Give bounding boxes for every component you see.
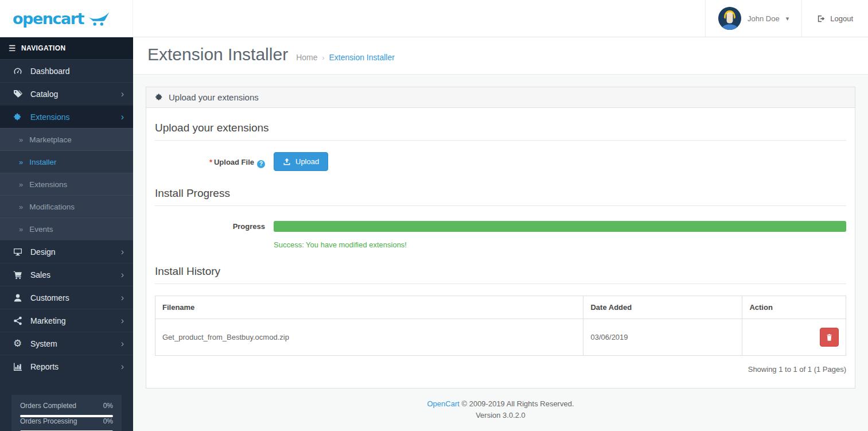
puzzle-icon (155, 93, 164, 102)
user-icon (12, 293, 23, 302)
caret-down-icon: ▾ (786, 15, 789, 22)
desktop-icon (12, 247, 23, 257)
panel-heading-label: Upload your extensions (169, 92, 259, 102)
sidebar-item-customers[interactable]: Customers › (0, 286, 133, 309)
double-angle-icon: » (19, 203, 23, 211)
sidebar-item-extensions[interactable]: Extensions › (0, 105, 133, 128)
sign-out-icon (817, 14, 826, 23)
upload-button[interactable]: Upload (274, 152, 328, 171)
navigation-header-label: NAVIGATION (21, 44, 66, 52)
column-header-date-added: Date Added (583, 296, 742, 319)
version-text: Version 3.0.2.0 (146, 410, 855, 421)
upload-icon (283, 158, 291, 166)
install-history-section: Install History Filename Date Added Acti… (155, 263, 846, 374)
double-angle-icon: » (19, 180, 23, 189)
chevron-right-icon: › (121, 112, 124, 122)
install-progress-bar (274, 221, 846, 232)
breadcrumb-home-link[interactable]: Home (296, 53, 317, 62)
sidebar-item-marketplace[interactable]: » Marketplace (0, 128, 133, 150)
sidebar-item-system[interactable]: ⚙ System › (0, 332, 133, 355)
top-header: opencart (0, 0, 868, 37)
logo-text: opencart (13, 10, 84, 28)
header-actions: John Doe ▾ Logout (133, 0, 868, 37)
sidebar-item-marketing[interactable]: Marketing › (0, 309, 133, 332)
upload-section-title: Upload your extensions (155, 119, 846, 141)
cart-logo-icon (88, 11, 111, 26)
sidebar-item-catalog[interactable]: Catalog › (0, 82, 133, 105)
chevron-right-icon: › (121, 270, 124, 279)
sidebar-item-sales[interactable]: Sales › (0, 263, 133, 286)
sidebar-navigation: ☰ NAVIGATION Dashboard Catalog › (0, 37, 133, 431)
install-progress-title: Install Progress (155, 185, 846, 206)
sidebar-item-dashboard[interactable]: Dashboard (0, 59, 133, 82)
breadcrumb-current-link[interactable]: Extension Installer (329, 53, 395, 62)
bar-chart-icon (12, 362, 23, 371)
puzzle-icon (12, 112, 23, 122)
opencart-footer-link[interactable]: OpenCart (427, 399, 459, 408)
delete-button[interactable] (820, 328, 839, 347)
upload-file-label: *Upload File? (155, 152, 274, 171)
logo-area: opencart (0, 0, 133, 37)
cell-date-added: 03/06/2019 (583, 319, 742, 356)
cell-filename: Get_product_from_Bestbuy.ocmod.zip (155, 319, 583, 356)
panel-heading: Upload your extensions (146, 87, 855, 108)
double-angle-icon: » (19, 158, 23, 166)
chevron-right-icon: › (121, 362, 124, 371)
upload-section: Upload your extensions *Upload File? (155, 119, 846, 171)
progress-label: Progress (155, 218, 274, 249)
page-header: Extension Installer Home › Extension Ins… (133, 37, 868, 75)
dashboard-icon (12, 67, 23, 76)
sidebar-item-installer[interactable]: » Installer (0, 150, 133, 173)
user-menu[interactable]: John Doe ▾ (705, 0, 802, 37)
user-name: John Doe (748, 14, 780, 23)
sidebar-item-extensions-sub[interactable]: » Extensions (0, 173, 133, 195)
hamburger-icon: ☰ (9, 44, 16, 52)
opencart-logo[interactable]: opencart (13, 10, 111, 28)
sidebar-item-reports[interactable]: Reports › (0, 355, 133, 378)
opencart-admin: opencart (0, 0, 868, 431)
share-icon (12, 316, 23, 325)
page-footer: OpenCart © 2009-2019 All Rights Reserved… (146, 389, 855, 421)
navigation-header: ☰ NAVIGATION (0, 37, 133, 59)
stat-value: 0% (103, 402, 113, 410)
stat-orders-processing: Orders Processing 0% (20, 417, 113, 425)
trash-icon (826, 333, 833, 341)
orders-stats-panel: Orders Completed 0% Orders Processing 0% (11, 395, 122, 431)
column-header-filename: Filename (155, 296, 583, 319)
install-progress-bar-fill (274, 221, 846, 232)
cart-icon (12, 270, 23, 279)
gear-icon: ⚙ (12, 339, 23, 348)
install-history-table: Filename Date Added Action Get_product_f… (155, 296, 846, 356)
tags-icon (12, 90, 23, 99)
content-area: Extension Installer Home › Extension Ins… (133, 37, 868, 431)
success-message: Success: You have modified extensions! (274, 240, 846, 249)
sidebar-item-design[interactable]: Design › (0, 240, 133, 263)
panel-body: Upload your extensions *Upload File? (146, 108, 855, 388)
install-history-title: Install History (155, 263, 846, 284)
chevron-right-icon: › (121, 293, 124, 302)
logout-button[interactable]: Logout (802, 0, 868, 37)
copyright-text: © 2009-2019 All Rights Reserved. (461, 399, 574, 408)
installer-panel: Upload your extensions Upload your exten… (146, 87, 855, 389)
avatar (718, 7, 741, 30)
chevron-right-icon: › (121, 247, 124, 257)
required-asterisk: * (209, 158, 212, 166)
table-row: Get_product_from_Bestbuy.ocmod.zip 03/06… (155, 319, 846, 356)
page-body: Upload your extensions Upload your exten… (133, 75, 868, 431)
logout-label: Logout (830, 14, 853, 23)
double-angle-icon: » (19, 225, 23, 234)
pagination-info: Showing 1 to 1 of 1 (1 Pages) (155, 365, 846, 374)
breadcrumb-separator: › (322, 54, 325, 62)
page-title: Extension Installer (147, 45, 288, 64)
install-progress-section: Install Progress Progress Success: You h… (155, 185, 846, 249)
sidebar-item-modifications[interactable]: » Modifications (0, 195, 133, 218)
column-header-action: Action (742, 296, 846, 319)
help-icon[interactable]: ? (257, 160, 265, 168)
sidebar-menu: Dashboard Catalog › Extensions › (0, 59, 133, 378)
sidebar-item-events[interactable]: » Events (0, 218, 133, 240)
breadcrumb: Home › Extension Installer (296, 53, 395, 62)
chevron-right-icon: › (121, 90, 124, 99)
stat-orders-completed: Orders Completed 0% (20, 402, 113, 410)
chevron-right-icon: › (121, 339, 124, 348)
double-angle-icon: » (19, 135, 23, 144)
